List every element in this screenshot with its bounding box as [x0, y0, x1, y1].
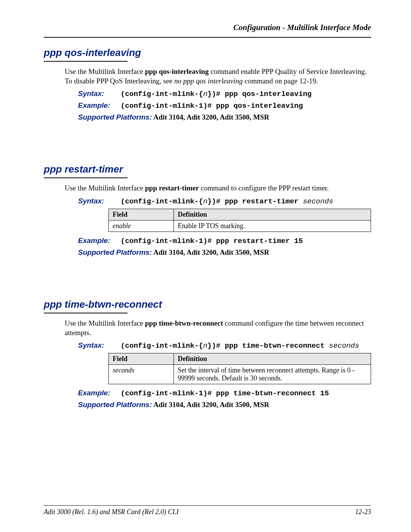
- definition-cell: Enable IP TOS marking.: [174, 220, 371, 232]
- text: Use the Multilink Interface: [65, 67, 145, 75]
- code: })# ppp restart-timer: [207, 197, 303, 206]
- title-underline: [44, 313, 127, 313]
- table-header-definition: Definition: [174, 353, 371, 365]
- example-row: Example: (config-int-mlink-1)# ppp time-…: [78, 389, 371, 398]
- code-arg: n: [203, 197, 207, 206]
- section-title: ppp qos-interleaving: [44, 47, 371, 59]
- table-header-row: Field Definition: [109, 209, 371, 220]
- footer-left: Adit 3000 (Rel. 1.6) and MSR Card (Rel 2…: [44, 508, 178, 516]
- text: Use the Multilink Interface: [65, 184, 145, 192]
- platforms-label: Supported Platforms:: [78, 113, 152, 121]
- syntax-code: (config-int-mlink-{n})# ppp time-btwn-re…: [121, 341, 359, 350]
- title-underline: [44, 61, 127, 62]
- syntax-label: Syntax:: [78, 89, 121, 98]
- platforms-row: Supported Platforms: Adit 3104, Adit 320…: [78, 401, 371, 409]
- field-cell: enable: [109, 220, 174, 232]
- platforms-label: Supported Platforms:: [78, 248, 152, 256]
- example-code: (config-int-mlink-1)# ppp time-btwn-reco…: [121, 389, 329, 398]
- command-name: ppp qos-interleaving: [145, 67, 209, 75]
- syntax-code: (config-int-mlink-{n})# ppp qos-interlea…: [121, 89, 312, 98]
- section-ppp-qos-interleaving: ppp qos-interleaving Use the Multilink I…: [44, 47, 371, 121]
- example-code: (config-int-mlink-1)# ppp qos-interleavi…: [121, 102, 303, 110]
- code-arg: seconds: [303, 197, 333, 206]
- section-title: ppp restart-timer: [44, 163, 371, 175]
- platforms-value: Adit 3104, Adit 3200, Adit 3500, MSR: [152, 113, 269, 121]
- platforms-value: Adit 3104, Adit 3200, Adit 3500, MSR: [152, 248, 269, 256]
- example-code: (config-int-mlink-1)# ppp restart-timer …: [121, 237, 303, 245]
- code: (config-int-mlink-{: [121, 197, 203, 206]
- title-underline: [44, 177, 127, 178]
- top-rule: [44, 37, 371, 38]
- syntax-code: (config-int-mlink-{n})# ppp restart-time…: [121, 197, 333, 206]
- text: Use the Multilink Interface: [65, 319, 145, 327]
- section-ppp-time-btwn-reconnect: ppp time-btwn-reconnect Use the Multilin…: [44, 299, 371, 409]
- syntax-label: Syntax:: [78, 197, 121, 205]
- intro-text: Use the Multilink Interface ppp restart-…: [65, 184, 371, 193]
- code: })# ppp time-btwn-reconnect: [207, 342, 329, 350]
- code: })# ppp qos-interleaving: [207, 90, 312, 98]
- running-header: Configuration - Multilink Interface Mode: [44, 23, 371, 32]
- text: command on page 12-19.: [243, 77, 318, 85]
- syntax-label: Syntax:: [78, 341, 121, 350]
- footer-row: Adit 3000 (Rel. 1.6) and MSR Card (Rel 2…: [44, 508, 371, 516]
- platforms-label: Supported Platforms:: [78, 401, 152, 409]
- footer-rule: [44, 505, 371, 506]
- example-label: Example:: [78, 236, 121, 245]
- syntax-row: Syntax: (config-int-mlink-{n})# ppp qos-…: [78, 89, 371, 98]
- example-label: Example:: [78, 101, 121, 110]
- intro-text: Use the Multilink Interface ppp time-btw…: [65, 319, 371, 337]
- syntax-row: Syntax: (config-int-mlink-{n})# ppp time…: [78, 341, 371, 350]
- code: (config-int-mlink-{: [121, 342, 203, 350]
- code: (config-int-mlink-{: [121, 90, 203, 98]
- example-row: Example: (config-int-mlink-1)# ppp resta…: [78, 236, 371, 245]
- intro-text: Use the Multilink Interface ppp qos-inte…: [65, 67, 371, 86]
- definition-cell: Set the interval of time between reconne…: [174, 365, 371, 384]
- platforms-value: Adit 3104, Adit 3200, Adit 3500, MSR: [152, 401, 269, 409]
- section-title: ppp time-btwn-reconnect: [44, 299, 371, 310]
- table-row: seconds Set the interval of time between…: [109, 365, 371, 384]
- footer-right: 12-23: [355, 508, 371, 516]
- syntax-row: Syntax: (config-int-mlink-{n})# ppp rest…: [78, 197, 371, 206]
- code-arg: n: [203, 342, 207, 350]
- command-name: ppp restart-timer: [145, 184, 199, 192]
- definition-table: Field Definition enable Enable IP TOS ma…: [108, 209, 371, 232]
- text: command to configure the PPP restart tim…: [199, 184, 329, 192]
- table-row: enable Enable IP TOS marking.: [109, 220, 371, 232]
- command-name: ppp time-btwn-reconnect: [145, 319, 223, 327]
- section-ppp-restart-timer: ppp restart-timer Use the Multilink Inte…: [44, 163, 371, 257]
- table-header-field: Field: [109, 353, 174, 365]
- example-row: Example: (config-int-mlink-1)# ppp qos-i…: [78, 101, 371, 110]
- platforms-row: Supported Platforms: Adit 3104, Adit 320…: [78, 248, 371, 257]
- definition-table: Field Definition seconds Set the interva…: [108, 353, 371, 384]
- code-arg: n: [203, 90, 207, 98]
- table-header-definition: Definition: [174, 209, 371, 220]
- cross-reference: no ppp qos interleaving: [174, 77, 243, 85]
- field-cell: seconds: [109, 365, 174, 384]
- table-header-row: Field Definition: [109, 353, 371, 365]
- code-arg: seconds: [329, 342, 359, 350]
- page: Configuration - Multilink Interface Mode…: [0, 0, 411, 532]
- table-header-field: Field: [109, 209, 174, 220]
- example-label: Example:: [78, 389, 121, 397]
- platforms-row: Supported Platforms: Adit 3104, Adit 320…: [78, 113, 371, 121]
- page-footer: Adit 3000 (Rel. 1.6) and MSR Card (Rel 2…: [44, 505, 371, 516]
